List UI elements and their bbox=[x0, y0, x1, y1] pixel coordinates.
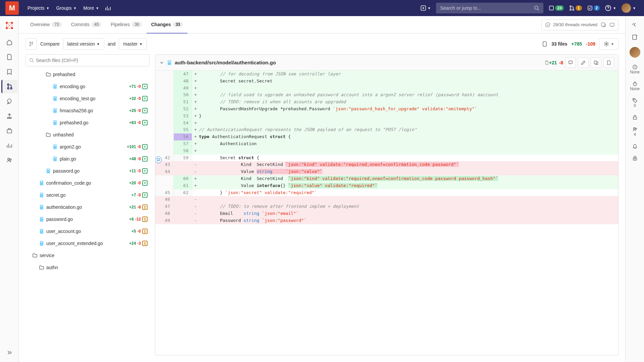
comment-marker-icon[interactable] bbox=[155, 157, 162, 163]
version-dropdown[interactable]: latest version▼ bbox=[63, 38, 104, 50]
expand-icon[interactable] bbox=[1, 346, 17, 359]
compare-label: Compare bbox=[40, 41, 60, 47]
tree-file[interactable]: plain.go+48 -0 + bbox=[25, 153, 150, 165]
svg-rect-27 bbox=[54, 85, 56, 85]
diff-line[interactable]: 4259 Secret struct { bbox=[155, 155, 618, 162]
diff-line[interactable]: 61+ Value interface{} `json:"value" vali… bbox=[155, 182, 618, 189]
collapse-icon[interactable] bbox=[159, 60, 164, 65]
help-icon[interactable]: ▼ bbox=[602, 5, 619, 11]
tree-toggle-button[interactable] bbox=[25, 38, 37, 50]
diff-body[interactable]: 47+ // for decoding from JSON see contro… bbox=[155, 71, 618, 355]
add-todo-icon[interactable] bbox=[627, 34, 643, 40]
rocket-icon[interactable] bbox=[1, 95, 17, 108]
target-dropdown[interactable]: master▼ bbox=[119, 38, 147, 50]
milestone-icon[interactable]: None bbox=[627, 64, 643, 74]
logo[interactable]: M bbox=[5, 1, 19, 15]
tab-overview[interactable]: Overview73 bbox=[25, 16, 66, 34]
diff-line[interactable]: 53+} bbox=[155, 113, 618, 120]
time-tracking-icon[interactable]: None bbox=[627, 81, 643, 91]
diff-line[interactable]: 56+type AuthenticationRequest struct { bbox=[155, 133, 618, 140]
labels-icon[interactable]: 0 bbox=[627, 98, 643, 108]
diff-line[interactable]: 51+ // TODO: remove it when all acounts … bbox=[155, 99, 618, 106]
copy-path-icon[interactable] bbox=[544, 60, 549, 65]
merge-request-icon[interactable]: 1 bbox=[567, 5, 585, 11]
diff-line[interactable]: 55+// AuthenticationRequest represents t… bbox=[155, 126, 618, 133]
tab-commits[interactable]: Commits45 bbox=[66, 16, 106, 34]
tree-file[interactable]: argon2.go+101 -0 + bbox=[25, 141, 150, 153]
deploy-icon[interactable] bbox=[1, 109, 17, 123]
diff-line[interactable]: 54+ bbox=[155, 120, 618, 127]
diff-line[interactable]: 43- Kind SecretKind `json:"kind" validat… bbox=[155, 161, 618, 168]
view-file-button[interactable] bbox=[603, 57, 614, 68]
notifications-icon[interactable] bbox=[627, 143, 643, 149]
tag-icon[interactable] bbox=[1, 65, 17, 78]
issues-icon[interactable]: 24 bbox=[546, 5, 566, 11]
tree-file[interactable]: secret.go+7 -0 + bbox=[25, 189, 150, 201]
reference-icon[interactable] bbox=[627, 156, 643, 161]
merge-requests-icon[interactable] bbox=[1, 80, 17, 93]
analytics-icon[interactable] bbox=[102, 5, 114, 11]
svg-rect-49 bbox=[41, 230, 43, 230]
diff-line[interactable]: 4562 } `json:"secret" validate:"required… bbox=[155, 189, 618, 196]
edit-button[interactable] bbox=[578, 57, 589, 68]
tree-folder[interactable]: prehashed bbox=[25, 68, 150, 80]
diff-line[interactable]: 47+ // for decoding from JSON see contro… bbox=[155, 71, 618, 78]
svg-point-4 bbox=[570, 9, 571, 10]
tree-folder[interactable]: unhashed bbox=[25, 129, 150, 141]
nav-more[interactable]: More▼ bbox=[80, 0, 102, 16]
diff-line[interactable]: 60+ Kind SecretKind `json:"kind" validat… bbox=[155, 175, 618, 182]
nav-groups[interactable]: Groups▼ bbox=[53, 0, 80, 16]
tree-file[interactable]: encoding_test.go+32 -0 + bbox=[25, 93, 150, 105]
expand-button[interactable] bbox=[591, 57, 601, 68]
todo-icon[interactable]: 2 bbox=[585, 5, 603, 11]
file-icon[interactable] bbox=[1, 50, 17, 64]
tab-changes[interactable]: Changes33 bbox=[147, 16, 187, 34]
file-search-input[interactable] bbox=[25, 54, 150, 66]
diff-line[interactable]: 57+ Authentication bbox=[155, 140, 618, 147]
tree-file[interactable]: encoding.go+71 -0 + bbox=[25, 80, 150, 93]
user-menu[interactable]: ▼ bbox=[619, 3, 639, 13]
tree-file[interactable]: hmacsha256.go+25 -0 + bbox=[25, 105, 150, 117]
plus-icon[interactable]: ▼ bbox=[418, 5, 434, 11]
assignee-avatar[interactable] bbox=[630, 47, 640, 58]
nav-projects[interactable]: Projects▼ bbox=[24, 0, 53, 16]
participants-icon[interactable]: 4 bbox=[627, 127, 643, 137]
diff-line[interactable]: 50+ // field used to ugprade an unhashed… bbox=[155, 92, 618, 99]
tree-folder[interactable]: service bbox=[25, 249, 150, 261]
tree-file[interactable]: password.go+6 -12 ± bbox=[25, 213, 150, 225]
diff-line[interactable]: 49- Password string `json:"password"` bbox=[155, 217, 618, 224]
next-unresolved-icon[interactable] bbox=[601, 22, 606, 27]
diff-line[interactable]: 49+ bbox=[155, 85, 618, 92]
diff-line[interactable]: 47- // TODO: to remove after frontend im… bbox=[155, 203, 618, 210]
home-icon[interactable] bbox=[1, 36, 17, 49]
tree-file[interactable]: user_account_extended.go+24 -3 ± bbox=[25, 237, 150, 249]
diff-line[interactable]: 52+ PasswordHashForUpgrade *prehashed.Pa… bbox=[155, 106, 618, 113]
members-icon[interactable] bbox=[1, 154, 17, 167]
svg-rect-43 bbox=[41, 193, 43, 194]
diff-line[interactable]: 46- bbox=[155, 196, 618, 203]
project-avatar[interactable] bbox=[3, 19, 16, 32]
svg-rect-57 bbox=[594, 61, 597, 64]
tree-file[interactable]: user_account.go+5 -0 ± bbox=[25, 225, 150, 237]
comment-button[interactable] bbox=[565, 57, 576, 68]
settings-dropdown[interactable]: ▼ bbox=[599, 38, 619, 50]
collapse-sidebar-icon[interactable] bbox=[627, 22, 643, 27]
diff-line[interactable]: 58+ bbox=[155, 147, 618, 155]
tree-folder[interactable]: authn bbox=[25, 261, 150, 274]
diff-line[interactable]: 48- Email string `json:"email"` bbox=[155, 210, 618, 217]
package-icon[interactable] bbox=[1, 124, 17, 137]
file-deletions: -8 bbox=[559, 60, 563, 65]
tab-pipelines[interactable]: Pipelines36 bbox=[106, 16, 146, 34]
tree-file[interactable]: authentication.go+21 -8 ± bbox=[25, 201, 150, 213]
jump-icon[interactable] bbox=[609, 22, 615, 27]
diff-line[interactable]: 44- Value string `json:"value"` bbox=[155, 168, 618, 175]
tree-file[interactable]: password.go+11 -0 + bbox=[25, 165, 150, 177]
diff-line[interactable]: 48+ Secret secret.Secret bbox=[155, 78, 618, 85]
search-input[interactable] bbox=[436, 3, 543, 13]
lock-icon[interactable] bbox=[627, 115, 643, 120]
threads-resolved[interactable]: 29/30 threads resolved bbox=[541, 19, 619, 31]
tree-file[interactable]: confirmation_code.go+20 -0 + bbox=[25, 177, 150, 189]
chart-icon[interactable] bbox=[1, 139, 17, 152]
tree-file[interactable]: prehashed.go+83 -0 + bbox=[25, 117, 150, 129]
chevron-down-icon: ▼ bbox=[428, 6, 431, 10]
